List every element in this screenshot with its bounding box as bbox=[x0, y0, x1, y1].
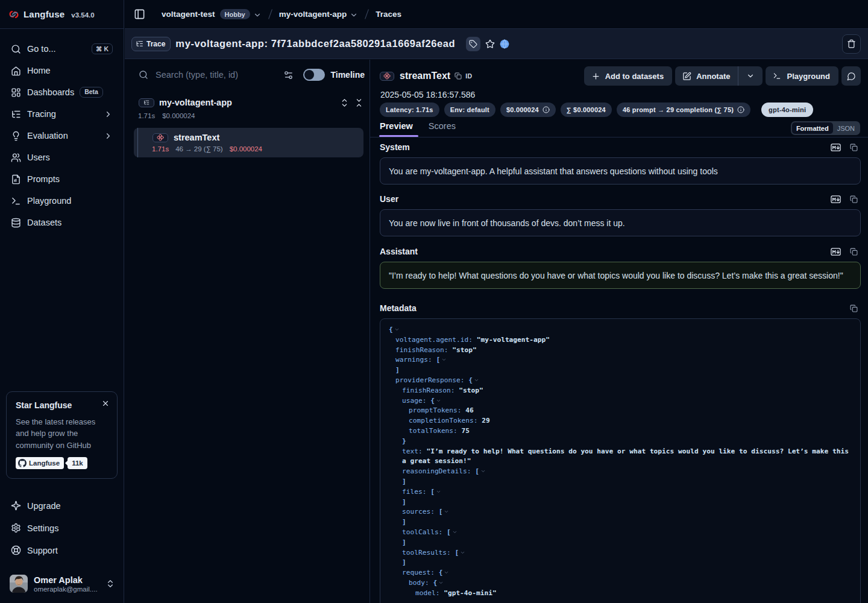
sidebar-item-label: Home bbox=[27, 66, 113, 75]
json-chevron-icon[interactable] bbox=[436, 397, 441, 402]
sidebar-item-goto[interactable]: Go to... ⌘ K bbox=[6, 38, 118, 60]
markdown-toggle-icon[interactable] bbox=[831, 248, 841, 256]
sidebar-item-label: Users bbox=[27, 153, 50, 162]
lightbulb-icon bbox=[11, 131, 21, 141]
system-label: System bbox=[380, 142, 410, 152]
sidebar-nav: Go to... ⌘ K Home Dashboards Beta Tracin… bbox=[0, 29, 124, 233]
json-chevron-icon[interactable] bbox=[394, 326, 400, 331]
plan-badge: Hobby bbox=[220, 9, 250, 19]
timeline-toggle[interactable] bbox=[303, 69, 325, 81]
copy-icon[interactable] bbox=[454, 72, 462, 80]
breadcrumb-org[interactable]: voltagent-test bbox=[162, 10, 215, 19]
tree-node-metrics: 1.71s 46 → 29 (∑ 75) $0.000024 bbox=[153, 145, 363, 153]
sidebar-item-home[interactable]: Home bbox=[6, 60, 118, 81]
sidebar-item-label: Datasets bbox=[27, 218, 61, 227]
chevron-down-icon[interactable] bbox=[350, 11, 358, 19]
generation-icon bbox=[383, 72, 391, 80]
chevron-down-icon[interactable] bbox=[253, 11, 262, 19]
format-formatted-option[interactable]: Formatted bbox=[792, 122, 833, 134]
github-badge[interactable]: Langfuse bbox=[16, 457, 64, 469]
app-version: v3.54.0 bbox=[71, 11, 94, 19]
json-chevron-icon[interactable] bbox=[438, 579, 444, 584]
trace-node-badge bbox=[139, 98, 154, 107]
json-chevron-icon[interactable] bbox=[452, 528, 458, 534]
playground-button[interactable]: Playground bbox=[766, 66, 838, 86]
user-message-text: You are now live in front of thousands o… bbox=[389, 218, 625, 228]
tree-search-input[interactable]: Search (type, title, id) bbox=[156, 70, 283, 80]
sidebar-item-playground[interactable]: Playground bbox=[6, 190, 118, 212]
star-icon[interactable] bbox=[485, 39, 495, 49]
chevron-right-icon bbox=[104, 110, 113, 119]
markdown-toggle-icon[interactable] bbox=[831, 144, 841, 151]
copy-icon[interactable] bbox=[850, 195, 858, 203]
sidebar-item-dashboards[interactable]: Dashboards Beta bbox=[6, 81, 118, 103]
expand-all-icon[interactable] bbox=[340, 98, 349, 107]
cost-badge[interactable]: $0.000024 bbox=[500, 103, 556, 117]
star-langfuse-card: Star Langfuse See the latest releases an… bbox=[6, 391, 118, 479]
trace-badge-label: Trace bbox=[146, 40, 165, 48]
json-chevron-icon[interactable] bbox=[441, 356, 447, 361]
json-chevron-icon[interactable] bbox=[460, 549, 465, 554]
copy-icon[interactable] bbox=[850, 144, 858, 151]
json-chevron-icon[interactable] bbox=[474, 376, 479, 382]
sidebar-item-datasets[interactable]: Datasets bbox=[6, 212, 118, 233]
model-badge[interactable]: gpt-4o-mini bbox=[761, 103, 813, 117]
public-globe-icon[interactable] bbox=[500, 39, 509, 49]
assistant-message-text: "I’m ready to help! What questions do yo… bbox=[389, 271, 843, 280]
tag-button[interactable] bbox=[466, 37, 480, 51]
sidebar-item-upgrade[interactable]: Upgrade bbox=[6, 494, 118, 517]
filter-settings-icon[interactable] bbox=[283, 70, 294, 80]
topbar: voltagent-test Hobby my-voltagent-app Tr… bbox=[125, 0, 868, 29]
goto-label: Go to... bbox=[27, 44, 92, 54]
observation-badges: Latency: 1.71s Env: default $0.000024 ∑ … bbox=[380, 103, 868, 117]
lifebuoy-icon bbox=[11, 545, 21, 555]
tab-scores[interactable]: Scores bbox=[429, 121, 456, 136]
tree-root-node[interactable]: my-voltagent-app bbox=[139, 95, 363, 110]
json-chevron-icon[interactable] bbox=[480, 467, 486, 473]
github-star-widget[interactable]: Langfuse 11k bbox=[16, 457, 108, 469]
annotate-button[interactable]: Annotate bbox=[675, 66, 738, 86]
sidebar-item-label: Upgrade bbox=[27, 501, 61, 511]
json-line: sources: [ bbox=[389, 507, 852, 517]
delete-trace-button[interactable] bbox=[842, 34, 861, 54]
json-line: ] bbox=[389, 558, 852, 568]
breadcrumb-project[interactable]: my-voltagent-app bbox=[279, 10, 347, 19]
copy-icon[interactable] bbox=[850, 305, 858, 312]
latency-badge: Latency: 1.71s bbox=[380, 103, 439, 117]
metadata-json-viewer[interactable]: {voltagent.agent.id: "my-voltagent-app"f… bbox=[380, 318, 861, 603]
sidebar-item-tracing[interactable]: Tracing bbox=[6, 103, 118, 125]
copy-icon[interactable] bbox=[850, 248, 858, 256]
json-chevron-icon[interactable] bbox=[444, 569, 449, 574]
tree-node-streamtext[interactable]: streamText 1.71s 46 → 29 (∑ 75) $0.00002… bbox=[134, 128, 363, 157]
assistant-message-box: "I’m ready to help! What questions do yo… bbox=[380, 262, 861, 289]
message-circle-icon bbox=[847, 72, 856, 81]
tab-preview[interactable]: Preview bbox=[380, 121, 413, 136]
sidebar-bottom-nav: Upgrade Settings Support bbox=[0, 494, 124, 561]
breadcrumb-section[interactable]: Traces bbox=[376, 10, 401, 19]
sidebar-item-users[interactable]: Users bbox=[6, 147, 118, 168]
comments-button[interactable] bbox=[841, 66, 861, 86]
format-json-option[interactable]: JSON bbox=[833, 122, 859, 134]
user-menu[interactable]: Omer Aplak omeraplak@gmail.... bbox=[0, 575, 124, 603]
close-icon[interactable] bbox=[101, 399, 110, 408]
sidebar-item-label: Dashboards bbox=[27, 87, 74, 97]
sidebar-item-evaluation[interactable]: Evaluation bbox=[6, 125, 118, 147]
id-label: ID bbox=[465, 72, 472, 80]
annotate-dropdown-button[interactable] bbox=[738, 66, 763, 86]
sidebar-item-support[interactable]: Support bbox=[6, 539, 118, 561]
add-to-datasets-button[interactable]: Add to datasets bbox=[584, 66, 673, 86]
json-line: ] bbox=[389, 365, 852, 376]
tag-icon bbox=[469, 40, 477, 48]
tokens-badge[interactable]: 46 prompt → 29 completion (∑ 75) bbox=[617, 103, 750, 117]
json-chevron-icon[interactable] bbox=[444, 508, 449, 513]
json-chevron-icon[interactable] bbox=[436, 488, 441, 493]
users-icon bbox=[11, 153, 21, 163]
sidebar-item-settings[interactable]: Settings bbox=[6, 517, 118, 539]
user-name: Omer Aplak bbox=[34, 575, 105, 585]
tree-node-name: streamText bbox=[174, 133, 219, 142]
sidebar-item-prompts[interactable]: Prompts bbox=[6, 168, 118, 190]
collapse-all-icon[interactable] bbox=[354, 98, 363, 107]
markdown-toggle-icon[interactable] bbox=[831, 195, 841, 203]
json-line: toolCalls: [ bbox=[389, 528, 852, 538]
sidebar-toggle-icon[interactable] bbox=[134, 8, 145, 20]
